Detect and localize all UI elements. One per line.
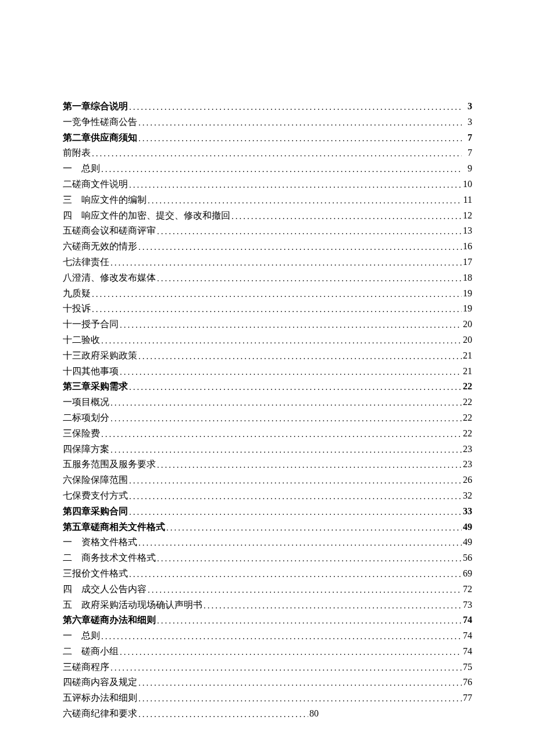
toc-leader-dots <box>147 586 462 594</box>
toc-leader-dots <box>119 321 462 329</box>
toc-leader-dots <box>128 476 462 485</box>
toc-page-number: 19 <box>462 289 472 298</box>
toc-leader-dots <box>128 383 462 392</box>
toc-label: 一竞争性磋商公告 <box>63 117 137 127</box>
toc-page-number: 7 <box>462 133 472 142</box>
toc-row: 三磋商程序75 <box>63 662 472 672</box>
toc-label: 一 总则 <box>63 631 100 640</box>
toc-page-number: 21 <box>462 367 472 376</box>
toc-page-number: 22 <box>462 413 472 422</box>
table-of-contents: 第一章综合说明3一竞争性磋商公告3第二章供应商须知7前附表7一 总则9二磋商文件… <box>63 102 472 719</box>
toc-label: 十三政府采购政策 <box>63 351 137 360</box>
toc-page-number: 49 <box>462 538 472 547</box>
toc-label: 四保障方案 <box>63 445 109 454</box>
toc-row: 二标项划分22 <box>63 413 472 423</box>
toc-page-number: 20 <box>462 335 472 345</box>
toc-page-number: 23 <box>462 460 472 469</box>
toc-row: 一 总则9 <box>63 164 472 174</box>
toc-label: 三报价文件格式 <box>63 569 128 578</box>
toc-leader-dots <box>128 570 462 579</box>
toc-row: 第二章供应商须知7 <box>63 133 472 143</box>
toc-row: 前附表7 <box>63 148 472 158</box>
toc-page-number: 69 <box>462 569 472 578</box>
toc-leader-dots <box>147 196 462 205</box>
toc-leader-dots <box>165 524 462 532</box>
toc-leader-dots <box>137 710 308 719</box>
toc-page-number: 17 <box>462 257 472 267</box>
toc-page-number: 12 <box>462 211 472 220</box>
toc-label: 二 磋商小组 <box>63 647 119 656</box>
toc-label: 一 资格文件格式 <box>63 538 137 547</box>
toc-page-number: 13 <box>462 226 472 235</box>
toc-label: 三磋商程序 <box>63 662 109 672</box>
toc-row: 三报价文件格式69 <box>63 569 472 579</box>
toc-row: 一项目概况22 <box>63 397 472 407</box>
toc-page-number: 73 <box>462 600 472 610</box>
toc-page-number: 21 <box>462 351 472 360</box>
toc-label: 十四其他事项 <box>63 367 119 376</box>
toc-leader-dots <box>230 212 462 221</box>
toc-page-number: 9 <box>462 164 472 173</box>
toc-page-number: 74 <box>462 647 472 656</box>
toc-row: 第一章综合说明3 <box>63 102 472 112</box>
toc-label: 五服务范围及服务要求 <box>63 460 156 469</box>
toc-page-number: 76 <box>462 678 472 687</box>
toc-leader-dots <box>156 554 462 563</box>
toc-page-number: 56 <box>462 553 472 562</box>
toc-label: 三 响应文件的编制 <box>63 195 147 205</box>
toc-page-number: 22 <box>462 382 472 391</box>
toc-label: 四 成交人公告内容 <box>63 585 147 594</box>
toc-label: 五评标办法和细则 <box>63 693 137 703</box>
toc-row: 六磋商无效的情形16 <box>63 242 472 252</box>
toc-row: 第四章采购合同33 <box>63 507 472 517</box>
toc-leader-dots <box>128 508 462 517</box>
toc-page-number: 7 <box>462 148 472 157</box>
toc-page-number: 77 <box>462 693 472 703</box>
toc-page-number: 75 <box>462 662 472 672</box>
toc-row: 五磋商会议和磋商评审13 <box>63 226 472 236</box>
toc-label: 六磋商无效的情形 <box>63 242 137 251</box>
toc-page-number: 10 <box>462 180 472 189</box>
toc-row: 九质疑19 <box>63 289 472 299</box>
toc-label: 二磋商文件说明 <box>63 180 128 189</box>
toc-leader-dots <box>128 492 462 501</box>
toc-leader-dots <box>137 243 462 252</box>
toc-row: 七保费支付方式32 <box>63 491 472 501</box>
toc-page-number: 23 <box>462 445 472 454</box>
toc-page-number: 32 <box>462 491 472 500</box>
toc-leader-dots <box>156 617 462 625</box>
toc-label: 第三章采购需求 <box>63 382 128 391</box>
toc-leader-dots <box>109 446 462 454</box>
toc-row: 四保障方案23 <box>63 445 472 454</box>
toc-leader-dots <box>137 134 462 143</box>
toc-leader-dots <box>109 664 462 672</box>
toc-leader-dots <box>156 461 462 470</box>
toc-label: 十投诉 <box>63 304 91 313</box>
toc-row: 二磋商文件说明10 <box>63 180 472 189</box>
toc-row: 二 商务技术文件格式56 <box>63 553 472 563</box>
toc-leader-dots <box>91 305 462 314</box>
toc-label: 四 响应文件的加密、提交、修改和撤回 <box>63 211 230 220</box>
toc-page-number: 22 <box>462 429 472 438</box>
toc-label: 三保险费 <box>63 429 100 438</box>
toc-label: 二标项划分 <box>63 413 109 422</box>
toc-row: 七法律责任17 <box>63 257 472 267</box>
toc-leader-dots <box>137 119 462 127</box>
toc-leader-dots <box>119 368 462 377</box>
toc-leader-dots <box>109 259 462 267</box>
toc-page-number: 11 <box>462 195 472 205</box>
toc-page-number: 19 <box>462 304 472 313</box>
toc-row: 十投诉19 <box>63 304 472 314</box>
toc-label: 十一授予合同 <box>63 320 119 329</box>
toc-row: 三保险费22 <box>63 429 472 439</box>
toc-row: 一竞争性磋商公告3 <box>63 117 472 127</box>
toc-leader-dots <box>100 165 462 174</box>
toc-row: 四 响应文件的加密、提交、修改和撤回12 <box>63 211 472 221</box>
page: 第一章综合说明3一竞争性磋商公告3第二章供应商须知7前附表7一 总则9二磋商文件… <box>0 0 535 756</box>
toc-leader-dots <box>100 430 462 439</box>
toc-page-number: 20 <box>462 320 472 329</box>
toc-row: 三 响应文件的编制11 <box>63 195 472 205</box>
toc-page-number: 22 <box>462 397 472 407</box>
toc-label: 十二验收 <box>63 335 100 345</box>
toc-row: 六保险保障范围26 <box>63 475 472 485</box>
